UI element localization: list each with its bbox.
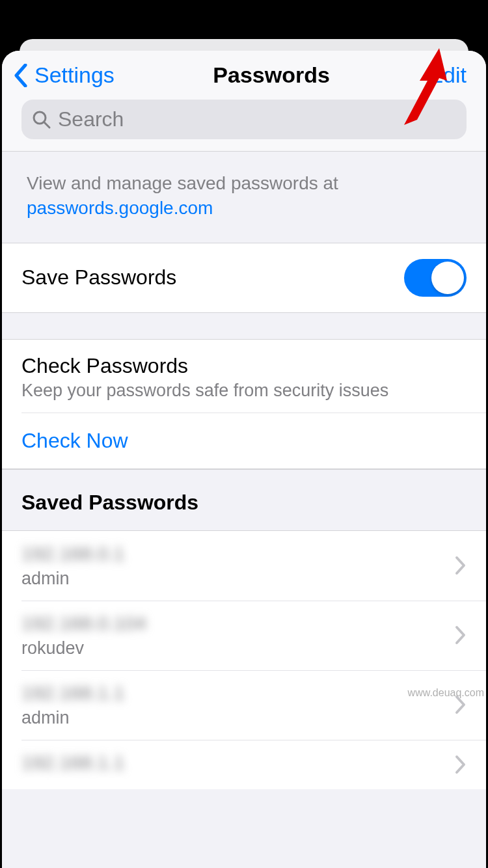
info-block: View and manage saved passwords at passw… (2, 152, 486, 243)
password-user: admin (21, 708, 124, 728)
page-title: Passwords (213, 62, 330, 88)
save-passwords-label: Save Passwords (21, 265, 176, 290)
password-user: admin (21, 569, 124, 589)
edit-button[interactable]: Edit (428, 62, 467, 88)
chevron-right-icon (455, 625, 467, 645)
save-passwords-toggle[interactable] (404, 259, 467, 297)
watermark: www.deuaq.com (408, 687, 484, 699)
settings-sheet: Settings Passwords Edit View and manage … (2, 51, 486, 868)
section-gap (2, 313, 486, 339)
save-passwords-section: Save Passwords (2, 243, 486, 313)
back-button[interactable]: Settings (14, 62, 115, 88)
password-site: 192.168.1.1 (21, 752, 124, 774)
check-passwords-section: Check Passwords Keep your passwords safe… (2, 339, 486, 469)
info-text: View and manage saved passwords at (27, 173, 338, 193)
saved-passwords-title: Saved Passwords (21, 491, 467, 515)
password-row[interactable]: 192.168.1.1 admin (2, 670, 486, 740)
chevron-right-icon (455, 556, 467, 575)
password-site: 192.168.1.1 (21, 682, 124, 704)
check-passwords-subtitle: Keep your passwords safe from security i… (21, 381, 467, 401)
password-row[interactable]: 192.168.0.104 rokudev (2, 601, 486, 670)
toggle-knob (431, 262, 464, 294)
check-passwords-info: Check Passwords Keep your passwords safe… (2, 340, 486, 413)
password-site: 192.168.0.1 (21, 543, 124, 565)
passwords-link[interactable]: passwords.google.com (27, 198, 213, 218)
back-label: Settings (34, 62, 115, 88)
password-user: rokudev (21, 638, 146, 658)
search-container (2, 100, 486, 151)
password-site: 192.168.0.104 (21, 612, 146, 634)
nav-header: Settings Passwords Edit (2, 51, 486, 100)
saved-passwords-list: 192.168.0.1 admin 192.168.0.104 rokudev … (2, 530, 486, 789)
search-input[interactable] (58, 107, 456, 131)
check-passwords-title: Check Passwords (21, 354, 467, 378)
chevron-left-icon (14, 64, 28, 87)
password-row[interactable]: 192.168.0.1 admin (2, 531, 486, 601)
svg-line-1 (44, 122, 49, 128)
saved-passwords-header: Saved Passwords (2, 469, 486, 530)
chevron-right-icon (455, 755, 467, 774)
password-row[interactable]: 192.168.1.1 (2, 740, 486, 789)
save-passwords-row: Save Passwords (2, 243, 486, 312)
check-now-button[interactable]: Check Now (2, 413, 486, 468)
search-field[interactable] (21, 100, 467, 139)
search-icon (32, 110, 51, 129)
